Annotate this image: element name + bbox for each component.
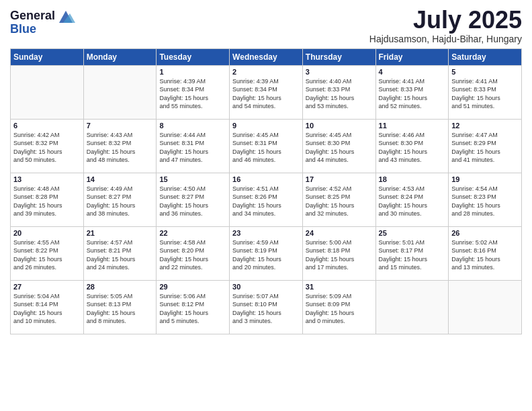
day-info: Sunrise: 4:51 AM Sunset: 8:26 PM Dayligh… bbox=[232, 185, 300, 218]
day-number: 24 bbox=[306, 229, 373, 237]
day-info: Sunrise: 4:45 AM Sunset: 8:31 PM Dayligh… bbox=[232, 131, 300, 165]
calendar-cell: 24Sunrise: 5:00 AM Sunset: 8:18 PM Dayli… bbox=[302, 226, 375, 280]
calendar-header-tuesday: Tuesday bbox=[157, 48, 230, 65]
calendar-cell: 20Sunrise: 4:55 AM Sunset: 8:22 PM Dayli… bbox=[11, 226, 84, 280]
day-info: Sunrise: 4:57 AM Sunset: 8:21 PM Dayligh… bbox=[87, 238, 154, 272]
calendar-cell: 1Sunrise: 4:39 AM Sunset: 8:34 PM Daylig… bbox=[157, 65, 230, 119]
day-number: 28 bbox=[87, 283, 154, 291]
calendar-cell: 7Sunrise: 4:43 AM Sunset: 8:32 PM Daylig… bbox=[83, 119, 157, 173]
calendar-cell: 28Sunrise: 5:05 AM Sunset: 8:13 PM Dayli… bbox=[83, 280, 157, 334]
calendar-cell: 17Sunrise: 4:52 AM Sunset: 8:25 PM Dayli… bbox=[302, 173, 375, 226]
calendar-cell: 29Sunrise: 5:06 AM Sunset: 8:12 PM Dayli… bbox=[157, 280, 230, 334]
calendar-week-row: 1Sunrise: 4:39 AM Sunset: 8:34 PM Daylig… bbox=[11, 65, 522, 119]
day-info: Sunrise: 5:09 AM Sunset: 8:09 PM Dayligh… bbox=[306, 292, 373, 326]
calendar-cell bbox=[449, 280, 522, 334]
day-number: 26 bbox=[451, 229, 519, 237]
day-number: 15 bbox=[159, 175, 226, 183]
day-info: Sunrise: 4:44 AM Sunset: 8:31 PM Dayligh… bbox=[159, 131, 226, 165]
day-number: 29 bbox=[159, 283, 226, 291]
day-number: 19 bbox=[451, 175, 519, 183]
day-number: 25 bbox=[379, 229, 446, 237]
day-info: Sunrise: 5:07 AM Sunset: 8:10 PM Dayligh… bbox=[232, 292, 300, 326]
calendar-cell: 31Sunrise: 5:09 AM Sunset: 8:09 PM Dayli… bbox=[302, 280, 375, 334]
day-number: 23 bbox=[232, 229, 300, 237]
day-number: 17 bbox=[306, 175, 373, 183]
calendar-cell: 23Sunrise: 4:59 AM Sunset: 8:19 PM Dayli… bbox=[230, 226, 303, 280]
day-info: Sunrise: 4:39 AM Sunset: 8:34 PM Dayligh… bbox=[232, 77, 300, 111]
calendar-cell: 22Sunrise: 4:58 AM Sunset: 8:20 PM Dayli… bbox=[157, 226, 230, 280]
calendar-cell: 21Sunrise: 4:57 AM Sunset: 8:21 PM Dayli… bbox=[83, 226, 157, 280]
day-info: Sunrise: 4:42 AM Sunset: 8:32 PM Dayligh… bbox=[13, 131, 81, 165]
calendar-cell: 14Sunrise: 4:49 AM Sunset: 8:27 PM Dayli… bbox=[83, 173, 157, 226]
day-number: 6 bbox=[13, 122, 81, 130]
day-info: Sunrise: 4:50 AM Sunset: 8:27 PM Dayligh… bbox=[159, 185, 226, 218]
day-number: 31 bbox=[306, 283, 373, 291]
day-number: 9 bbox=[232, 122, 300, 130]
calendar-cell: 2Sunrise: 4:39 AM Sunset: 8:34 PM Daylig… bbox=[230, 65, 303, 119]
calendar-cell: 13Sunrise: 4:48 AM Sunset: 8:28 PM Dayli… bbox=[11, 173, 84, 226]
calendar-cell bbox=[11, 65, 84, 119]
day-number: 8 bbox=[159, 122, 226, 130]
day-number: 14 bbox=[87, 175, 154, 183]
day-number: 1 bbox=[159, 68, 226, 76]
day-number: 4 bbox=[379, 68, 446, 76]
day-info: Sunrise: 4:54 AM Sunset: 8:23 PM Dayligh… bbox=[451, 185, 519, 218]
day-info: Sunrise: 4:48 AM Sunset: 8:28 PM Dayligh… bbox=[13, 185, 81, 218]
calendar-header-monday: Monday bbox=[83, 48, 157, 65]
day-info: Sunrise: 5:02 AM Sunset: 8:16 PM Dayligh… bbox=[451, 238, 519, 272]
calendar: SundayMondayTuesdayWednesdayThursdayFrid… bbox=[10, 48, 522, 334]
calendar-cell: 26Sunrise: 5:02 AM Sunset: 8:16 PM Dayli… bbox=[449, 226, 522, 280]
calendar-week-row: 6Sunrise: 4:42 AM Sunset: 8:32 PM Daylig… bbox=[11, 119, 522, 173]
page: General Blue July 2025 Hajdusamson, Hajd… bbox=[0, 0, 532, 411]
day-number: 30 bbox=[232, 283, 300, 291]
calendar-cell: 10Sunrise: 4:45 AM Sunset: 8:30 PM Dayli… bbox=[302, 119, 375, 173]
day-info: Sunrise: 4:52 AM Sunset: 8:25 PM Dayligh… bbox=[306, 185, 373, 218]
day-number: 13 bbox=[13, 175, 81, 183]
day-info: Sunrise: 4:41 AM Sunset: 8:33 PM Dayligh… bbox=[451, 77, 519, 111]
calendar-cell: 27Sunrise: 5:04 AM Sunset: 8:14 PM Dayli… bbox=[11, 280, 84, 334]
calendar-week-row: 13Sunrise: 4:48 AM Sunset: 8:28 PM Dayli… bbox=[11, 173, 522, 226]
location: Hajdusamson, Hajdu-Bihar, Hungary bbox=[369, 34, 522, 44]
day-number: 27 bbox=[13, 283, 81, 291]
calendar-cell: 18Sunrise: 4:53 AM Sunset: 8:24 PM Dayli… bbox=[375, 173, 449, 226]
calendar-cell: 16Sunrise: 4:51 AM Sunset: 8:26 PM Dayli… bbox=[230, 173, 303, 226]
calendar-cell bbox=[375, 280, 449, 334]
calendar-header-thursday: Thursday bbox=[302, 48, 375, 65]
day-info: Sunrise: 5:06 AM Sunset: 8:12 PM Dayligh… bbox=[159, 292, 226, 326]
title-block: July 2025 Hajdusamson, Hajdu-Bihar, Hung… bbox=[369, 7, 522, 44]
calendar-header-saturday: Saturday bbox=[449, 48, 522, 65]
calendar-cell: 8Sunrise: 4:44 AM Sunset: 8:31 PM Daylig… bbox=[157, 119, 230, 173]
day-info: Sunrise: 4:55 AM Sunset: 8:22 PM Dayligh… bbox=[13, 238, 81, 272]
calendar-cell: 9Sunrise: 4:45 AM Sunset: 8:31 PM Daylig… bbox=[230, 119, 303, 173]
day-number: 18 bbox=[379, 175, 446, 183]
calendar-cell: 4Sunrise: 4:41 AM Sunset: 8:33 PM Daylig… bbox=[375, 65, 449, 119]
calendar-week-row: 20Sunrise: 4:55 AM Sunset: 8:22 PM Dayli… bbox=[11, 226, 522, 280]
calendar-cell: 3Sunrise: 4:40 AM Sunset: 8:33 PM Daylig… bbox=[302, 65, 375, 119]
day-info: Sunrise: 4:40 AM Sunset: 8:33 PM Dayligh… bbox=[306, 77, 373, 111]
day-number: 16 bbox=[232, 175, 300, 183]
day-number: 5 bbox=[451, 68, 519, 76]
day-info: Sunrise: 4:45 AM Sunset: 8:30 PM Dayligh… bbox=[306, 131, 373, 165]
day-info: Sunrise: 4:41 AM Sunset: 8:33 PM Dayligh… bbox=[379, 77, 446, 111]
month-title: July 2025 bbox=[369, 7, 522, 34]
day-number: 7 bbox=[87, 122, 154, 130]
calendar-cell: 25Sunrise: 5:01 AM Sunset: 8:17 PM Dayli… bbox=[375, 226, 449, 280]
day-info: Sunrise: 4:58 AM Sunset: 8:20 PM Dayligh… bbox=[159, 238, 226, 272]
calendar-cell: 12Sunrise: 4:47 AM Sunset: 8:29 PM Dayli… bbox=[449, 119, 522, 173]
day-number: 2 bbox=[232, 68, 300, 76]
day-number: 20 bbox=[13, 229, 81, 237]
calendar-cell: 19Sunrise: 4:54 AM Sunset: 8:23 PM Dayli… bbox=[449, 173, 522, 226]
header: General Blue July 2025 Hajdusamson, Hajd… bbox=[10, 7, 522, 44]
logo: General Blue bbox=[10, 7, 75, 36]
day-number: 12 bbox=[451, 122, 519, 130]
day-info: Sunrise: 4:43 AM Sunset: 8:32 PM Dayligh… bbox=[87, 131, 154, 165]
day-number: 11 bbox=[379, 122, 446, 130]
day-number: 10 bbox=[306, 122, 373, 130]
day-info: Sunrise: 4:53 AM Sunset: 8:24 PM Dayligh… bbox=[379, 185, 446, 218]
calendar-cell: 15Sunrise: 4:50 AM Sunset: 8:27 PM Dayli… bbox=[157, 173, 230, 226]
day-number: 21 bbox=[87, 229, 154, 237]
day-number: 22 bbox=[159, 229, 226, 237]
logo-icon bbox=[56, 7, 75, 26]
day-info: Sunrise: 5:00 AM Sunset: 8:18 PM Dayligh… bbox=[306, 238, 373, 272]
calendar-header-row: SundayMondayTuesdayWednesdayThursdayFrid… bbox=[11, 48, 522, 65]
